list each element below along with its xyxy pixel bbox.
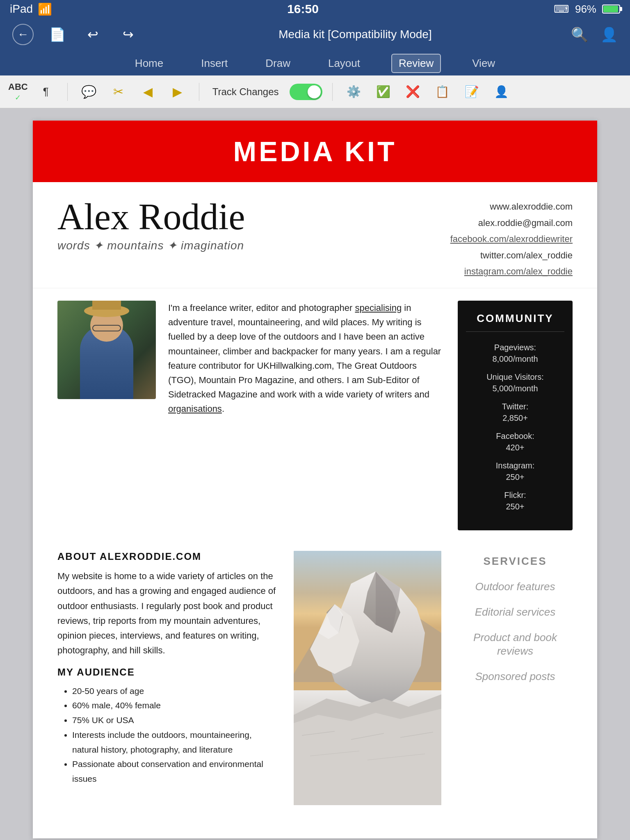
hero-name: Alex Roddie [57, 199, 245, 235]
show-markup-button[interactable]: 📝 [461, 80, 484, 103]
svg-marker-9 [294, 709, 441, 805]
wifi-icon: 📶 [38, 2, 52, 16]
next-change-button[interactable]: ▶ [166, 80, 189, 103]
audience-item: Interests include the outdoors, mountain… [72, 728, 277, 757]
profile-photo [57, 301, 156, 399]
about-left: ABOUT ALEXRODDIE.COM My website is home … [57, 551, 277, 805]
contact-facebook: facebook.com/alexroddiewriter [450, 231, 573, 247]
bio-section: I'm a freelance writer, editor and photo… [33, 288, 597, 543]
about-section: ABOUT ALEXRODDIE.COM My website is home … [33, 543, 597, 817]
delete-button[interactable]: ✂ [107, 80, 130, 103]
hero-left: Alex Roddie words ✦ mountains ✦ imaginat… [57, 199, 245, 252]
contact-website: www.alexroddie.com [450, 199, 573, 215]
title-bar-left: ← 📄 ↩ ↪ [12, 23, 139, 46]
mountain-photo [294, 551, 441, 805]
stat-unique-visitors: Unique Visitors:5,000/month [466, 371, 564, 394]
file-icon[interactable]: 📄 [46, 23, 69, 46]
contact-twitter: twitter.com/alex_roddie [450, 247, 573, 264]
about-text: My website is home to a wide variety of … [57, 569, 277, 658]
tab-draw[interactable]: Draw [259, 55, 297, 72]
stat-flickr: Flickr:250+ [466, 489, 564, 512]
tab-home[interactable]: Home [128, 55, 170, 72]
tab-layout[interactable]: Layout [322, 55, 367, 72]
settings-button[interactable]: ⚙️ [342, 80, 365, 103]
bio-left: I'm a freelance writer, editor and photo… [57, 301, 441, 530]
battery-icon [602, 5, 620, 14]
status-right: ⌨ 96% [554, 3, 620, 16]
undo-button[interactable]: ↩ [81, 23, 104, 46]
audience-item: 20-50 years of age [72, 684, 277, 698]
community-title: COMMUNITY [466, 312, 564, 332]
audience-list: 20-50 years of age 60% male, 40% female … [57, 684, 277, 786]
organisations-text: organisations [168, 404, 222, 414]
community-box: COMMUNITY Pageviews:8,000/month Unique V… [458, 301, 573, 530]
services-box: SERVICES Outdoor features Editorial serv… [458, 551, 573, 805]
audience-item: Passionate about conservation and enviro… [72, 757, 277, 786]
about-title: ABOUT ALEXRODDIE.COM [57, 551, 277, 562]
document-title: Media kit [Compatibility Mode] [139, 28, 571, 41]
glasses-decoration [92, 325, 121, 331]
accept-all-button[interactable]: ✅ [372, 80, 395, 103]
divider-1 [67, 83, 68, 101]
hero-contact: www.alexroddie.com alex.roddie@gmail.com… [450, 199, 573, 280]
status-left: iPad 📶 [10, 2, 52, 16]
stat-instagram: Instagram:250+ [466, 460, 564, 483]
tab-review[interactable]: Review [391, 54, 441, 73]
toggle-knob [308, 85, 321, 98]
stat-pageviews: Pageviews:8,000/month [466, 342, 564, 365]
services-title: SERVICES [458, 555, 573, 568]
service-sponsored: Sponsored posts [458, 670, 573, 684]
hat-decoration [84, 305, 129, 317]
user-track-button[interactable]: 👤 [490, 80, 513, 103]
nav-tabs: Home Insert Draw Layout Review View [0, 51, 630, 75]
toolbar: ABC ✓ ¶ 💬 ✂ ◀ ▶ Track Changes ⚙️ ✅ ❌ 📋 📝… [0, 75, 630, 108]
status-bar: iPad 📶 16:50 ⌨ 96% [0, 0, 630, 18]
audience-title: MY AUDIENCE [57, 667, 277, 678]
tab-view[interactable]: View [466, 55, 502, 72]
carrier-label: iPad [10, 2, 33, 16]
document: MEDIA KIT Alex Roddie words ✦ mountains … [33, 121, 597, 838]
battery-percentage: 96% [575, 3, 596, 16]
audience-item: 60% male, 40% female [72, 698, 277, 713]
hero-section: Alex Roddie words ✦ mountains ✦ imaginat… [33, 182, 597, 288]
contact-instagram: instagram.com/alex_roddie [450, 263, 573, 280]
search-icon[interactable]: 🔍 [571, 26, 588, 43]
stat-facebook: Facebook:420+ [466, 430, 564, 453]
hero-tagline: words ✦ mountains ✦ imagination [57, 239, 245, 252]
stat-twitter: Twitter:2,850+ [466, 401, 564, 424]
service-editorial: Editorial services [458, 605, 573, 619]
track-changes-toggle[interactable] [290, 84, 322, 100]
divider-3 [332, 83, 333, 101]
service-outdoor: Outdoor features [458, 580, 573, 594]
audience-item: 75% UK or USA [72, 713, 277, 728]
bluetooth-icon: ⌨ [554, 3, 569, 16]
time-display: 16:50 [287, 2, 319, 16]
title-bar: ← 📄 ↩ ↪ Media kit [Compatibility Mode] 🔍… [0, 18, 630, 51]
service-reviews: Product and book reviews [458, 631, 573, 659]
document-area: MEDIA KIT Alex Roddie words ✦ mountains … [0, 108, 630, 840]
specialising-text: specialising [355, 303, 402, 313]
media-kit-header: MEDIA KIT [33, 121, 597, 182]
prev-change-button[interactable]: ◀ [137, 80, 160, 103]
bio-text: I'm a freelance writer, editor and photo… [168, 301, 441, 530]
redo-button[interactable]: ↪ [116, 23, 139, 46]
insert-comment-button[interactable]: 💬 [78, 80, 100, 103]
back-button[interactable]: ← [12, 24, 34, 45]
spell-check-button[interactable]: ABC ✓ [8, 82, 28, 102]
tab-insert[interactable]: Insert [194, 55, 234, 72]
title-bar-right: 🔍 👤 [571, 26, 618, 43]
track-changes-label: Track Changes [212, 86, 279, 98]
paragraph-icon[interactable]: ¶ [34, 80, 57, 103]
contact-email: alex.roddie@gmail.com [450, 215, 573, 231]
user-icon[interactable]: 👤 [600, 26, 618, 43]
media-kit-title: MEDIA KIT [49, 135, 581, 167]
accept-button[interactable]: 📋 [431, 80, 454, 103]
reject-button[interactable]: ❌ [402, 80, 425, 103]
divider-2 [199, 83, 199, 101]
